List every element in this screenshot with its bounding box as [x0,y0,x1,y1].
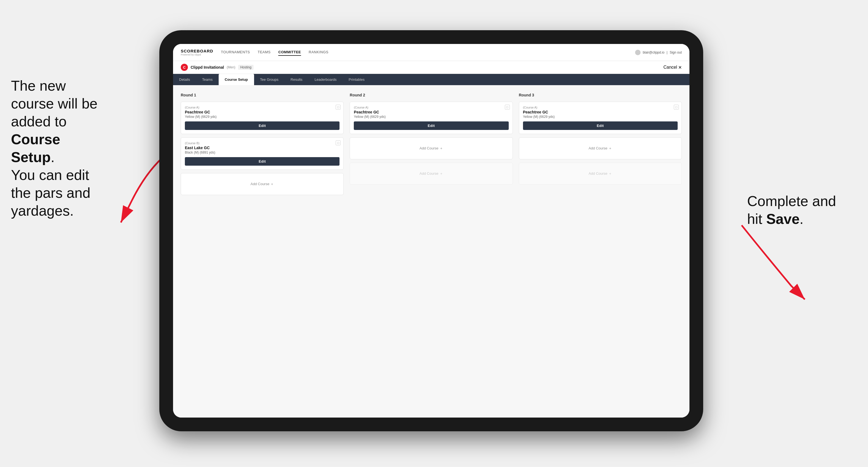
round-3-course-a-name: Peachtree GC [523,110,678,114]
sign-out-link[interactable]: Sign out [670,51,682,54]
round-1-course-a-delete-button[interactable]: □ [336,105,341,110]
round-2-column: Round 2 (Course A) Peachtree GC Yellow (… [350,93,513,195]
round-3-add-course-text: Add Course ＋ [589,146,612,151]
round-2-course-a-name: Peachtree GC [354,110,508,114]
round-1-title: Round 1 [181,93,344,97]
user-avatar [635,50,641,55]
tab-results[interactable]: Results [285,74,308,85]
tablet-frame: SCOREBOARD Powered by clippd TOURNAMENTS… [159,30,703,431]
round-1-course-a-tee: Yellow (M) (6629 yds) [185,115,340,119]
round-1-course-b-label: (Course B) [185,142,340,145]
round-1-course-b-edit-button[interactable]: Edit [185,157,340,166]
round-1-column: Round 1 (Course A) Peachtree GC Yellow (… [181,93,344,195]
tab-bar: Details Teams Course Setup Tee Groups Re… [173,74,689,85]
tab-course-setup[interactable]: Course Setup [219,74,254,85]
round-3-course-a-edit-button[interactable]: Edit [523,121,678,130]
round-2-title: Round 2 [350,93,513,97]
right-arrow [725,220,818,302]
round-2-add-course-card[interactable]: Add Course ＋ [350,137,513,159]
nav-links: TOURNAMENTS TEAMS COMMITTEE RANKINGS [221,49,635,56]
round-3-add-course-disabled-text: Add Course ＋ [589,171,612,176]
tab-tee-groups[interactable]: Tee Groups [254,74,285,85]
round-1-course-b-delete-button[interactable]: □ [336,141,341,145]
tournament-logo: C [181,64,188,71]
round-2-course-a-delete-button[interactable]: □ [505,105,510,110]
round-1-add-course-text: Add Course ＋ [250,182,274,187]
tab-leaderboards[interactable]: Leaderboards [308,74,343,85]
nav-right: blair@clippd.io | Sign out [635,50,682,55]
round-1-course-a-label: (Course A) [185,106,340,109]
user-email: blair@clippd.io [643,51,664,54]
tab-details[interactable]: Details [173,74,196,85]
logo-powered: Powered by clippd [181,53,213,56]
round-2-course-a-edit-button[interactable]: Edit [354,121,508,130]
nav-committee[interactable]: COMMITTEE [278,49,301,56]
round-2-add-course-disabled-card: Add Course ＋ [350,163,513,185]
round-1-course-a-edit-button[interactable]: Edit [185,121,340,130]
main-content: Round 1 (Course A) Peachtree GC Yellow (… [173,85,689,417]
tablet-screen: SCOREBOARD Powered by clippd TOURNAMENTS… [173,44,689,417]
cancel-area[interactable]: Cancel ✕ [663,65,682,70]
round-1-course-a-name: Peachtree GC [185,110,340,114]
tournament-gender: (Men) [227,65,235,69]
nav-tournaments[interactable]: TOURNAMENTS [221,49,250,56]
nav-separator: | [666,51,668,54]
round-1-add-course-card[interactable]: Add Course ＋ [181,173,344,195]
round-2-add-course-disabled-text: Add Course ＋ [420,171,443,176]
round-2-course-a-label: (Course A) [354,106,508,109]
round-3-course-a-card: (Course A) Peachtree GC Yellow (M) (6629… [519,102,682,134]
tournament-name: Clippd Invitational [191,65,224,69]
round-1-course-b-name: East Lake GC [185,146,340,150]
tab-printables[interactable]: Printables [343,74,371,85]
tab-teams[interactable]: Teams [196,74,219,85]
annotation-left: The new course will be added to Course S… [11,77,104,220]
round-2-add-course-text: Add Course ＋ [420,146,443,151]
cancel-label: Cancel [663,65,677,70]
round-1-course-b-card: (Course B) East Lake GC Black (M) (6891 … [181,137,344,170]
rounds-grid: Round 1 (Course A) Peachtree GC Yellow (… [181,93,682,195]
round-3-add-course-card[interactable]: Add Course ＋ [519,137,682,159]
round-1-course-a-card: (Course A) Peachtree GC Yellow (M) (6629… [181,102,344,134]
tournament-info: C Clippd Invitational (Men) Hosting [181,64,253,71]
round-3-column: Round 3 (Course A) Peachtree GC Yellow (… [519,93,682,195]
round-3-course-a-delete-button[interactable]: □ [674,105,679,110]
round-2-course-a-card: (Course A) Peachtree GC Yellow (M) (6629… [350,102,513,134]
round-3-title: Round 3 [519,93,682,97]
round-3-course-a-label: (Course A) [523,106,678,109]
round-3-course-a-tee: Yellow (M) (6629 yds) [523,115,678,119]
tournament-bar: C Clippd Invitational (Men) Hosting Canc… [173,61,689,74]
cancel-x: ✕ [678,65,682,70]
top-navbar: SCOREBOARD Powered by clippd TOURNAMENTS… [173,44,689,61]
logo-scoreboard: SCOREBOARD [181,49,213,53]
nav-teams[interactable]: TEAMS [258,49,271,56]
round-2-course-a-tee: Yellow (M) (6629 yds) [354,115,508,119]
round-3-add-course-disabled-card: Add Course ＋ [519,163,682,185]
logo-area: SCOREBOARD Powered by clippd [181,49,213,56]
round-1-course-b-tee: Black (M) (6891 yds) [185,151,340,154]
tournament-status: Hosting [238,65,254,70]
nav-rankings[interactable]: RANKINGS [309,49,329,56]
